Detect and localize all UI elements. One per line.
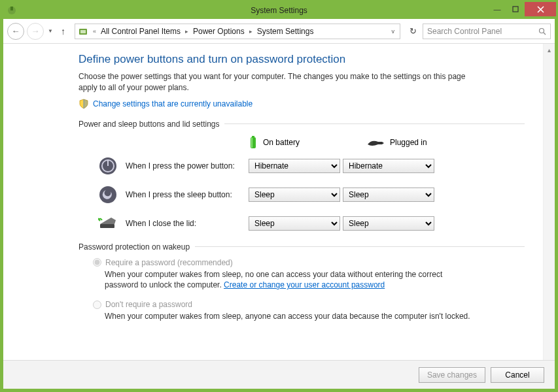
close-lid-row: When I close the lid: Do nothingSleepHib… (78, 214, 525, 233)
breadcrumb-item[interactable]: Power Options (193, 27, 245, 36)
require-password-label: Require a password (recommended) (105, 258, 233, 267)
col-on-battery: On battery (249, 135, 340, 150)
address-dropdown-icon[interactable]: v (389, 28, 398, 35)
page-heading: Define power buttons and turn on passwor… (78, 53, 525, 66)
sleep-button-icon (98, 185, 118, 204)
footer: Save changes Cancel (3, 360, 555, 389)
content-scroll: Define power buttons and turn on passwor… (3, 44, 543, 360)
lid-plugged-select[interactable]: Do nothingSleepHibernateShut down (343, 216, 434, 231)
breadcrumb-item[interactable]: All Control Panel Items (101, 27, 181, 36)
power-button-icon (98, 156, 118, 176)
svg-rect-14 (100, 224, 114, 228)
nav-toolbar: ← → ▼ ↑ « All Control Panel Items ▸ Powe… (3, 19, 555, 44)
breadcrumb-overflow-icon[interactable]: « (91, 28, 98, 35)
svg-point-13 (99, 186, 116, 203)
breadcrumb-item[interactable]: System Settings (257, 27, 314, 36)
require-password-desc: When your computer wakes from sleep, no … (93, 269, 471, 291)
plug-icon (366, 138, 385, 147)
address-bar[interactable]: « All Control Panel Items ▸ Power Option… (75, 24, 400, 39)
forward-button[interactable]: → (27, 23, 44, 40)
up-button[interactable]: ↑ (57, 26, 69, 37)
no-password-radio[interactable] (93, 301, 101, 309)
battery-icon (249, 135, 258, 150)
search-placeholder: Search Control Panel (427, 27, 538, 36)
sleep-button-plugged-select[interactable]: Do nothingSleepHibernateShut down (343, 188, 434, 202)
no-password-label: Don't require a password (105, 300, 192, 309)
chevron-right-icon: ▸ (247, 28, 254, 35)
lid-icon (98, 214, 118, 233)
svg-rect-1 (10, 7, 13, 10)
cancel-button[interactable]: Cancel (491, 367, 544, 383)
no-password-option: Don't require a password When your compu… (78, 300, 471, 322)
chevron-right-icon: ▸ (183, 28, 190, 35)
svg-point-5 (540, 28, 544, 33)
row-label: When I press the sleep button: (126, 190, 249, 199)
svg-rect-4 (80, 30, 86, 33)
scrollbar[interactable]: ▴ (543, 44, 555, 360)
svg-line-6 (544, 33, 546, 35)
row-label: When I close the lid: (126, 219, 249, 228)
sleep-button-row: When I press the sleep button: Do nothin… (78, 185, 525, 204)
save-changes-button[interactable]: Save changes (419, 367, 485, 383)
shield-icon (78, 99, 89, 109)
titlebar: System Settings — (2, 2, 556, 19)
app-icon (6, 5, 18, 16)
minimize-button[interactable]: — (488, 2, 506, 16)
window-title: System Settings (2, 6, 556, 15)
power-button-plugged-select[interactable]: Do nothingSleepHibernateShut down (343, 159, 434, 173)
change-settings-row: Change settings that are currently unava… (78, 99, 525, 109)
section-password-protection: Password protection on wakeup (78, 242, 525, 252)
history-dropdown-icon[interactable]: ▼ (46, 28, 54, 34)
row-label: When I press the power button: (126, 161, 249, 171)
power-button-row: When I press the power button: Do nothin… (78, 156, 525, 176)
column-headers: On battery Plugged in (78, 135, 525, 150)
maximize-button[interactable] (506, 2, 525, 16)
sleep-button-battery-select[interactable]: Do nothingSleepHibernateShut down (249, 188, 340, 202)
require-password-radio[interactable] (93, 258, 101, 267)
col-plugged-in: Plugged in (366, 135, 458, 150)
power-button-battery-select[interactable]: Do nothingSleepHibernateShut down (249, 159, 340, 173)
lid-battery-select[interactable]: Do nothingSleepHibernateShut down (249, 216, 340, 231)
no-password-desc: When your computer wakes from sleep, any… (93, 311, 471, 322)
content-area: Define power buttons and turn on passwor… (3, 44, 555, 360)
scroll-up-icon[interactable]: ▴ (548, 46, 551, 54)
back-button[interactable]: ← (7, 23, 24, 40)
window-frame: System Settings — ← → ▼ ↑ « All Control … (0, 0, 558, 392)
close-button[interactable] (525, 2, 556, 16)
svg-rect-9 (251, 138, 253, 148)
section-power-buttons: Power and sleep buttons and lid settings (78, 120, 525, 129)
search-input[interactable]: Search Control Panel (423, 24, 551, 39)
window-controls: — (488, 2, 556, 16)
create-password-link[interactable]: Create or change your user account passw… (224, 280, 385, 289)
change-settings-link[interactable]: Change settings that are currently unava… (93, 99, 253, 108)
svg-rect-8 (252, 136, 254, 138)
page-description: Choose the power settings that you want … (78, 71, 478, 93)
search-icon (538, 27, 546, 35)
refresh-button[interactable]: ↻ (406, 24, 420, 39)
control-panel-icon (78, 26, 88, 37)
svg-rect-2 (513, 7, 518, 12)
require-password-option: Require a password (recommended) When yo… (78, 258, 471, 291)
